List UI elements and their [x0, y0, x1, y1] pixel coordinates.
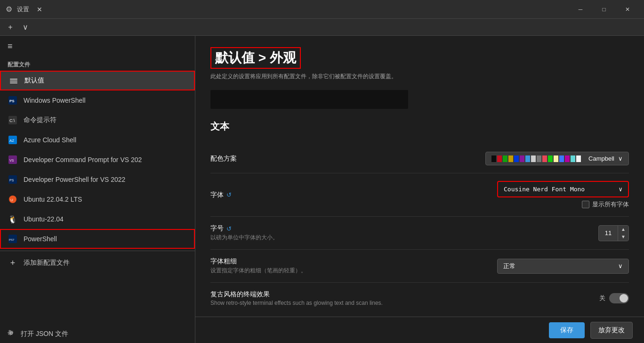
font-reset-icon[interactable]: ↺ — [226, 191, 232, 198]
cmd-icon: C:\ — [8, 115, 18, 125]
font-size-reset-icon[interactable]: ↺ — [226, 225, 232, 232]
setting-label-area-retro: 复古风格的终端效果 Show retro-style terminal effe… — [210, 290, 408, 306]
sidebar-item-dev-cmd-label: Developer Command Prompt for VS 202 — [24, 156, 187, 163]
svg-text:U: U — [10, 198, 13, 202]
gear-icon — [8, 329, 15, 338]
sidebar-item-azure-cloud-shell[interactable]: AZ Azure Cloud Shell — [0, 130, 195, 150]
font-weight-value: 正常 — [503, 262, 515, 270]
sidebar-item-default-label: 默认值 — [24, 76, 187, 85]
open-json-label: 打开 JSON 文件 — [21, 330, 68, 338]
tab-close-button[interactable]: ✕ — [34, 6, 45, 13]
svg-text:AZ: AZ — [9, 139, 14, 143]
setting-label-font-weight: 字体粗细 — [210, 257, 397, 266]
chevron-down-icon-font: ∨ — [619, 186, 622, 193]
font-dropdown[interactable]: Cousine Nerd Font Mono ∨ — [497, 181, 629, 197]
svg-rect-2 — [10, 82, 17, 83]
sidebar-item-ubuntu-lts[interactable]: U Ubuntu 22.04.2 LTS — [0, 189, 195, 209]
svg-rect-0 — [10, 79, 17, 80]
dev-cmd-icon: VS — [8, 155, 18, 165]
retro-toggle[interactable] — [609, 293, 629, 303]
sidebar-item-dev-powershell-label: Developer PowerShell for VS 2022 — [24, 176, 187, 183]
setting-desc-font-size: 以磅为单位中字体的大小。 — [210, 234, 397, 242]
sidebar-item-ubuntu-22[interactable]: 🐧 Ubuntu-22.04 — [0, 209, 195, 229]
sidebar-item-default[interactable]: 默认值 — [0, 71, 195, 90]
new-tab-button[interactable]: + — [4, 21, 17, 34]
setting-desc-font-weight: 设置指定字体的粗细（笔画的轻重）。 — [210, 267, 397, 275]
font-value: Cousine Nerd Font Mono — [504, 186, 585, 193]
add-profile-icon: + — [8, 258, 18, 268]
show-all-fonts-checkbox[interactable] — [582, 201, 589, 208]
sidebar: ≡ 配置文件 默认值 PS Windows Po — [0, 36, 195, 343]
bottom-bar: 保存 放弃更改 — [195, 317, 644, 343]
tab-bar: + ∨ — [0, 19, 644, 36]
svg-text:VS: VS — [9, 159, 14, 162]
sidebar-item-windows-powershell[interactable]: PS Windows PowerShell — [0, 90, 195, 110]
page-title: 默认值 > 外观 — [210, 47, 301, 69]
setting-label-area-font-weight: 字体粗细 设置指定字体的粗细（笔画的轻重）。 — [210, 257, 408, 275]
linux-icon: 🐧 — [8, 214, 18, 224]
show-all-fonts-label: 显示所有字体 — [592, 200, 629, 209]
discard-button[interactable]: 放弃更改 — [590, 322, 633, 339]
campbell-swatches — [491, 155, 581, 162]
setting-desc-retro: Show retro-style terminal effects such a… — [210, 300, 397, 306]
setting-row-font-weight: 字体粗细 设置指定字体的粗细（笔画的轻重）。 正常 ∨ — [210, 250, 629, 283]
setting-label-color-scheme: 配色方案 — [210, 155, 397, 163]
setting-label-area-color-scheme: 配色方案 — [210, 155, 408, 163]
title-bar-left: ⚙ 设置 ✕ — [6, 5, 570, 14]
setting-row-retro-effects: 复古风格的终端效果 Show retro-style terminal effe… — [210, 283, 629, 314]
title-bar: ⚙ 设置 ✕ ─ □ ✕ — [0, 0, 644, 19]
svg-text:PS: PS — [9, 99, 15, 103]
sidebar-item-powershell[interactable]: PS7 PowerShell — [0, 229, 195, 249]
sidebar-item-ubuntu-lts-label: Ubuntu 22.04.2 LTS — [24, 196, 187, 203]
sidebar-item-cmd[interactable]: C:\ 命令提示符 — [0, 110, 195, 130]
sidebar-item-dev-powershell[interactable]: PS Developer PowerShell for VS 2022 — [0, 170, 195, 189]
setting-label-area-font-size: 字号 ↺ 以磅为单位中字体的大小。 — [210, 224, 408, 242]
powershell-icon: PS — [8, 95, 18, 106]
minimize-button[interactable]: ─ — [570, 2, 591, 17]
azure-icon: AZ — [8, 135, 18, 145]
chevron-down-icon-weight: ∨ — [618, 262, 623, 270]
font-size-increment-button[interactable]: ▲ — [618, 226, 628, 233]
sidebar-add-profile-label: 添加新配置文件 — [24, 259, 187, 267]
font-size-input-container: ▲ ▼ — [598, 225, 629, 241]
setting-row-color-scheme: 配色方案 Campbell ∨ — [210, 144, 629, 173]
svg-text:PS: PS — [9, 179, 14, 182]
sidebar-item-windows-powershell-label: Windows PowerShell — [24, 97, 187, 104]
setting-label-retro: 复古风格的终端效果 — [210, 290, 397, 299]
svg-text:C:\: C:\ — [9, 118, 15, 123]
tab-dropdown-button[interactable]: ∨ — [19, 21, 32, 34]
window-controls: ─ □ ✕ — [570, 2, 638, 17]
retro-toggle-container: 关 — [599, 293, 629, 303]
sidebar-item-add-profile[interactable]: + 添加新配置文件 — [0, 253, 195, 273]
page-title-container: 默认值 > 外观 — [210, 47, 629, 69]
ps7-icon: PS7 — [8, 234, 18, 244]
setting-control-retro: 关 — [408, 293, 629, 303]
sidebar-divider — [0, 251, 195, 251]
show-all-fonts-container: 显示所有字体 — [582, 200, 629, 209]
sidebar-item-powershell-label: PowerShell — [24, 235, 187, 243]
setting-label-font: 字体 ↺ — [210, 191, 397, 199]
sidebar-item-ubuntu-22-label: Ubuntu-22.04 — [24, 215, 187, 223]
setting-row-font-size: 字号 ↺ 以磅为单位中字体的大小。 ▲ ▼ — [210, 217, 629, 250]
maximize-button[interactable]: □ — [593, 2, 615, 17]
layers-icon — [8, 75, 19, 86]
setting-control-font-weight: 正常 ∨ — [408, 259, 629, 274]
save-button[interactable]: 保存 — [549, 322, 585, 338]
color-scheme-dropdown[interactable]: Campbell ∨ — [485, 152, 629, 165]
font-size-spinners: ▲ ▼ — [618, 226, 628, 241]
sidebar-section-label: 配置文件 — [0, 57, 195, 71]
sidebar-item-cmd-label: 命令提示符 — [24, 116, 187, 124]
setting-control-font: Cousine Nerd Font Mono ∨ 显示所有字体 — [408, 181, 629, 209]
svg-text:PS7: PS7 — [9, 238, 15, 241]
close-button[interactable]: ✕ — [617, 2, 638, 17]
ubuntu-icon: U — [8, 194, 18, 204]
font-weight-dropdown[interactable]: 正常 ∨ — [497, 259, 629, 274]
font-size-input[interactable] — [599, 227, 618, 239]
retro-toggle-off-label: 关 — [599, 294, 605, 302]
setting-label-area-font: 字体 ↺ — [210, 191, 408, 199]
hamburger-icon[interactable]: ≡ — [8, 41, 13, 51]
setting-control-color-scheme: Campbell ∨ — [408, 152, 629, 165]
sidebar-item-dev-cmd[interactable]: VS Developer Command Prompt for VS 202 — [0, 150, 195, 170]
font-size-decrement-button[interactable]: ▼ — [618, 233, 628, 241]
sidebar-item-open-json[interactable]: 打开 JSON 文件 — [0, 325, 195, 343]
